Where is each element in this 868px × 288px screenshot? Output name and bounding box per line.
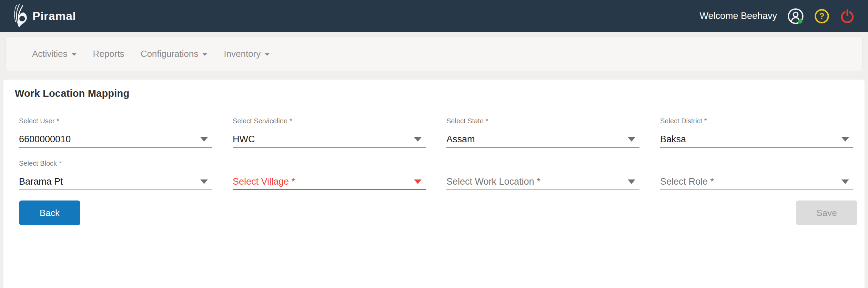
content-card: Work Location Mapping Select User * 6600… xyxy=(3,80,865,288)
field-label xyxy=(446,160,639,168)
nav-item-inventory[interactable]: Inventory xyxy=(224,49,270,59)
chevron-down-icon xyxy=(202,53,208,56)
select-state-field[interactable]: Select State * Assam xyxy=(446,117,639,148)
select-district-field[interactable]: Select District * Baksa xyxy=(660,117,853,148)
back-button[interactable]: Back xyxy=(19,200,80,225)
piramal-logo[interactable]: Piramal xyxy=(10,4,76,29)
field-label xyxy=(233,160,426,168)
work-location-form: Select User * 6600000010 Select Servicel… xyxy=(3,117,865,190)
nav-item-reports[interactable]: Reports xyxy=(93,49,124,59)
save-button[interactable]: Save xyxy=(796,200,857,225)
dropdown-arrow-icon xyxy=(414,137,422,142)
user-avatar-icon[interactable] xyxy=(787,8,804,24)
select-user-field[interactable]: Select User * 6600000010 xyxy=(19,117,212,148)
nav-item-configurations[interactable]: Configurations xyxy=(141,49,208,59)
field-label: Select State * xyxy=(446,117,639,126)
field-value: Assam xyxy=(446,134,475,145)
field-label: Select District * xyxy=(660,117,853,126)
field-value: 6600000010 xyxy=(19,134,71,145)
field-value: Select Role * xyxy=(660,176,714,187)
app-header: Piramal Welcome Beehavy ? xyxy=(0,0,868,32)
dropdown-arrow-icon xyxy=(200,179,208,184)
field-label: Select Serviceline * xyxy=(233,117,426,126)
brand-name: Piramal xyxy=(32,9,76,23)
header-right: Welcome Beehavy ? xyxy=(699,8,855,24)
field-value: Select Village * xyxy=(233,176,295,187)
nav-item-label: Activities xyxy=(32,49,68,59)
select-serviceline-field[interactable]: Select Serviceline * HWC xyxy=(233,117,426,148)
field-label xyxy=(660,160,853,168)
power-icon[interactable] xyxy=(840,9,855,24)
page-title: Work Location Mapping xyxy=(3,80,865,99)
dropdown-arrow-icon xyxy=(841,179,849,184)
field-value: HWC xyxy=(233,134,255,145)
nav-item-label: Inventory xyxy=(224,49,261,59)
dropdown-arrow-icon xyxy=(414,179,422,184)
select-role-field[interactable]: Select Role * xyxy=(660,160,853,190)
main-nav: Activities Reports Configurations Invent… xyxy=(6,36,862,71)
field-label: Select Block * xyxy=(19,160,212,168)
select-block-field[interactable]: Select Block * Barama Pt xyxy=(19,160,212,190)
dropdown-arrow-icon xyxy=(628,137,635,142)
field-label: Select User * xyxy=(19,117,212,126)
welcome-text: Welcome Beehavy xyxy=(699,11,777,21)
dropdown-arrow-icon xyxy=(200,137,208,142)
field-value: Barama Pt xyxy=(19,176,63,187)
svg-text:?: ? xyxy=(819,11,825,21)
chevron-down-icon xyxy=(71,53,77,56)
chevron-down-icon xyxy=(264,53,270,56)
form-actions: Back Save xyxy=(3,200,865,225)
dropdown-arrow-icon xyxy=(841,137,849,142)
nav-item-label: Reports xyxy=(93,49,124,59)
piramal-logo-icon xyxy=(10,4,29,29)
select-village-field[interactable]: Select Village * xyxy=(233,160,426,190)
select-work-location-field[interactable]: Select Work Location * xyxy=(446,160,639,190)
field-value: Baksa xyxy=(660,134,686,145)
nav-item-activities[interactable]: Activities xyxy=(32,49,77,59)
dropdown-arrow-icon xyxy=(628,179,635,184)
help-icon[interactable]: ? xyxy=(814,9,829,24)
nav-item-label: Configurations xyxy=(141,49,199,59)
field-value: Select Work Location * xyxy=(446,176,541,187)
